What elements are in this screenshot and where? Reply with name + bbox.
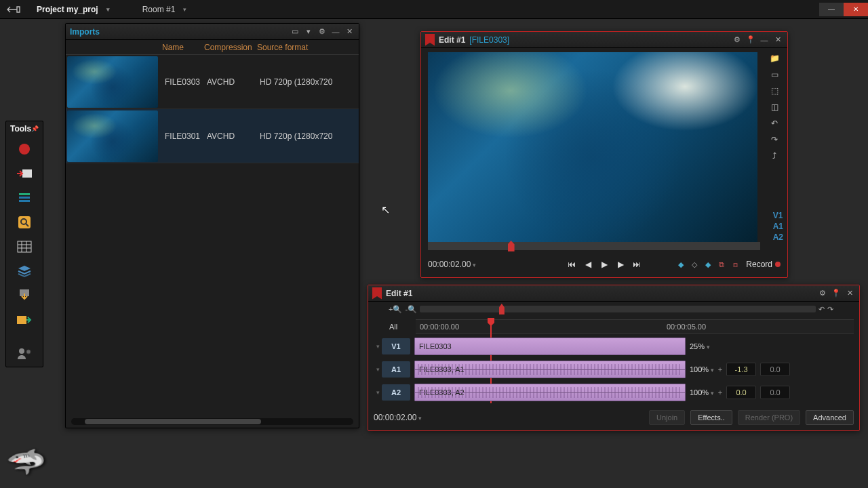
folder-icon[interactable]: 📁 (767, 52, 782, 64)
mark-out-icon[interactable]: ◆ (703, 259, 713, 270)
col-compression[interactable]: Compression (204, 43, 257, 52)
go-end-button[interactable]: ⏭ (631, 258, 643, 270)
layers-tool[interactable] (8, 260, 41, 283)
ruler-all-button[interactable]: All (376, 323, 410, 331)
view-dropdown-icon[interactable]: ▾ (303, 26, 314, 37)
split-icon[interactable]: ⧉ (716, 259, 727, 270)
pin-icon[interactable]: 📍 (831, 288, 842, 299)
import-source: HD 720p (868x488 (260, 131, 332, 141)
pin-icon[interactable]: 📌 (31, 125, 39, 132)
unjoin-button: Unjoin (649, 410, 685, 425)
col-name[interactable]: Name (162, 43, 204, 52)
undo-icon[interactable]: ↶ (767, 117, 782, 129)
ruler-time-0: 00:00:00.00 (420, 323, 459, 331)
track-a2-pct[interactable]: 100% (690, 388, 714, 396)
cut-icon[interactable]: ⧈ (730, 259, 741, 270)
clip-a1[interactable]: FILE0303, A1 (414, 361, 686, 378)
mark-in-icon[interactable]: ◆ (675, 259, 686, 270)
crop-icon[interactable]: ◫ (767, 101, 782, 113)
minimize-button[interactable]: — (819, 3, 844, 16)
plus-icon[interactable]: + (718, 388, 722, 396)
track-v1-pct[interactable]: 25% (690, 342, 710, 350)
zoom-scrubber[interactable] (420, 306, 816, 312)
timeline-ruler[interactable]: All 00:00:00.00 00:00:05.00 (416, 319, 854, 334)
export-frame-icon[interactable]: ⤴ (767, 150, 782, 162)
go-start-button[interactable]: ⏮ (566, 258, 578, 270)
import-row[interactable]: FILE0301 AVCHD HD 720p (868x488 (66, 109, 359, 163)
timeline-header[interactable]: Edit #1 ⚙ 📍 ✕ (368, 285, 859, 302)
track-a2-gain[interactable]: 0.0 (726, 386, 756, 399)
track-a1-pan[interactable]: 0.0 (760, 363, 790, 376)
expand-icon[interactable]: ▾ (374, 343, 382, 350)
minimize-panel-icon[interactable]: — (759, 35, 770, 45)
record-tool[interactable] (8, 138, 41, 161)
settings-icon[interactable]: ⚙ (732, 35, 743, 45)
advanced-button[interactable]: Advanced (806, 410, 854, 425)
imports-header[interactable]: Imports ▭ ▾ ⚙ — ✕ (66, 24, 359, 40)
grid-tool[interactable] (8, 235, 41, 258)
frame-icon[interactable]: ▭ (767, 68, 782, 81)
track-a1-pct[interactable]: 100% (690, 365, 714, 373)
preview-subtitle: [FILE0303] (469, 35, 509, 45)
pin-icon[interactable]: 📍 (745, 35, 756, 45)
safe-area-icon[interactable]: ⬚ (767, 85, 782, 97)
export-tool[interactable] (8, 308, 41, 331)
preview-scrubber[interactable] (428, 242, 760, 250)
cursor-icon: ↖ (381, 203, 390, 216)
view-mode-icon[interactable]: ▭ (290, 26, 300, 37)
clip-a2[interactable]: FILE0303, A2 (414, 384, 686, 401)
imports-columns: Name Compression Source format (66, 40, 359, 55)
download-tool[interactable] (8, 284, 41, 307)
svg-rect-7 (18, 241, 31, 252)
close-panel-icon[interactable]: ✕ (772, 35, 783, 45)
project-dropdown[interactable]: Project my_proj (27, 0, 119, 19)
record-button[interactable]: Record (746, 260, 781, 269)
step-back-button[interactable]: ◀ (582, 258, 594, 270)
svg-rect-4 (19, 200, 30, 202)
zoom-in-icon[interactable]: +🔍 (389, 305, 402, 314)
room-dropdown[interactable]: Room #1 (133, 0, 197, 19)
track-a1-gain[interactable]: -1.3 (726, 363, 756, 376)
scrub-marker[interactable] (508, 241, 515, 251)
preview-header[interactable]: Edit #1 [FILE0303] ⚙ 📍 — ✕ (421, 32, 787, 48)
timeline-timecode[interactable]: 00:00:02.00 (374, 413, 422, 422)
close-panel-icon[interactable]: ✕ (844, 288, 855, 299)
import-tool[interactable] (8, 162, 41, 185)
track-a2-label[interactable]: A2 (773, 232, 783, 242)
timeline-tool[interactable] (8, 186, 41, 209)
effects-button[interactable]: Effects.. (690, 410, 732, 425)
track-label-a2[interactable]: A2 (382, 384, 410, 401)
step-fwd-button[interactable]: ▶ (614, 258, 627, 270)
expand-icon[interactable]: ▾ (374, 366, 382, 373)
settings-icon[interactable]: ⚙ (317, 26, 328, 37)
imports-panel: Imports ▭ ▾ ⚙ — ✕ Name Compression Sourc… (65, 23, 359, 428)
preview-viewport[interactable] (428, 52, 757, 243)
track-a1-label[interactable]: A1 (773, 222, 783, 231)
zoom-out-icon[interactable]: -🔍 (405, 305, 417, 314)
import-row[interactable]: FILE0303 AVCHD HD 720p (868x488 (66, 55, 359, 109)
close-button[interactable]: ✕ (844, 3, 868, 16)
redo-icon[interactable]: ↷ (827, 305, 833, 314)
undo-icon[interactable]: ↶ (818, 305, 825, 314)
imports-scrollbar[interactable] (71, 418, 353, 425)
track-label-a1[interactable]: A1 (382, 361, 410, 378)
expand-icon[interactable]: ▾ (374, 389, 382, 396)
svg-rect-5 (18, 216, 31, 228)
minimize-panel-icon[interactable]: — (330, 26, 341, 37)
settings-icon[interactable]: ⚙ (817, 288, 828, 299)
search-tool[interactable] (8, 211, 41, 234)
bookmark-icon (425, 34, 435, 46)
track-v1-label[interactable]: V1 (773, 211, 783, 220)
back-button[interactable] (0, 0, 27, 19)
track-label-v1[interactable]: V1 (382, 338, 410, 354)
track-a2-pan[interactable]: 0.0 (760, 386, 790, 399)
close-panel-icon[interactable]: ✕ (344, 26, 355, 37)
users-tool[interactable] (8, 342, 41, 365)
mark-icon[interactable]: ◇ (689, 259, 700, 270)
col-source[interactable]: Source format (257, 43, 359, 52)
plus-icon[interactable]: + (718, 365, 722, 373)
clip-v1[interactable]: FILE0303 (414, 338, 686, 355)
play-button[interactable]: ▶ (598, 258, 610, 270)
preview-timecode[interactable]: 00:00:02.00 (428, 260, 476, 269)
redo-icon[interactable]: ↷ (767, 134, 782, 146)
